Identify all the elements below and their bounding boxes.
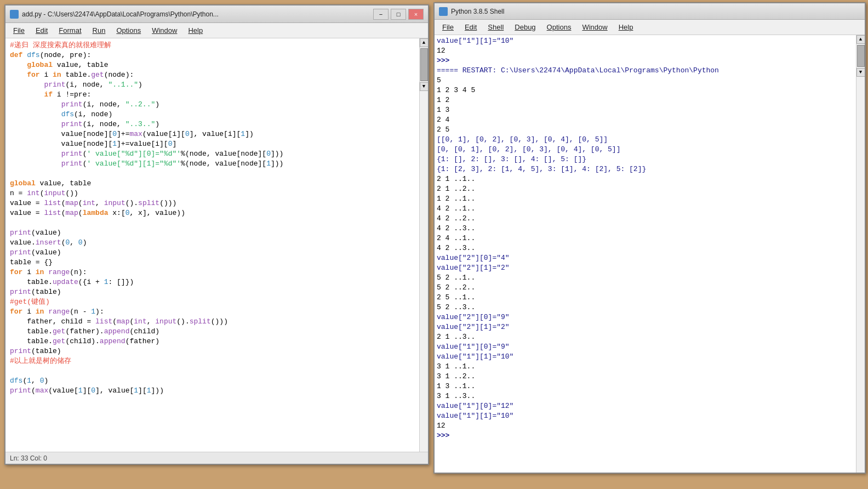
editor-content-area: #递归 深度搜索真的就很难理解 def dfs(node, pre): glob…	[5, 38, 428, 452]
shell-line: 2 5 ..1..	[437, 293, 854, 303]
close-button[interactable]: ×	[408, 9, 424, 20]
menu-help[interactable]: Help	[182, 24, 208, 37]
shell-line: 1 3 ..1..	[437, 382, 854, 391]
shell-line: 5 2 ..1..	[437, 273, 854, 283]
editor-menu-bar: File Edit Format Run Options Window Help	[5, 23, 428, 38]
shell-line: ===== RESTART: C:\Users\22474\AppData\Lo…	[437, 66, 854, 76]
menu-window[interactable]: Window	[146, 24, 182, 37]
shell-line: value["2"][1]="2"	[437, 263, 854, 273]
cursor-position: Ln: 33 Col: 0	[10, 454, 47, 462]
maximize-button[interactable]: □	[391, 9, 406, 20]
shell-menu-window[interactable]: Window	[576, 21, 613, 33]
shell-line: 12	[437, 46, 854, 56]
shell-scroll-up[interactable]: ▲	[856, 35, 865, 44]
shell-line: value["1"][1]="10"	[437, 36, 854, 46]
shell-line: 1 3	[437, 105, 854, 115]
shell-line: 2 4 ..1..	[437, 234, 854, 243]
shell-line: 12	[437, 421, 854, 431]
shell-menu-options[interactable]: Options	[541, 21, 577, 33]
shell-line: 3 1 ..1..	[437, 362, 854, 372]
shell-line: value["1"][0]="9"	[437, 342, 854, 352]
editor-icon	[10, 10, 19, 19]
shell-line: 5 2 ..3..	[437, 303, 854, 312]
shell-output[interactable]: value["1"][1]="10" 12 >>> ===== RESTART:…	[435, 35, 856, 473]
shell-line: 5 2 ..2..	[437, 283, 854, 293]
editor-status-bar: Ln: 33 Col: 0	[5, 452, 428, 464]
shell-line: 4 2 ..2..	[437, 214, 854, 224]
title-controls: − □ ×	[373, 9, 424, 20]
menu-format[interactable]: Format	[53, 24, 87, 37]
shell-line: value["1"][1]="10"	[437, 411, 854, 421]
shell-line: value["1"][1]="10"	[437, 352, 854, 362]
shell-title-bar: Python 3.8.5 Shell	[435, 3, 865, 20]
shell-line: 2 1 ..2..	[437, 184, 854, 194]
scroll-thumb[interactable]	[420, 48, 428, 81]
shell-content-wrapper: value["1"][1]="10" 12 >>> ===== RESTART:…	[435, 35, 865, 473]
menu-file[interactable]: File	[8, 24, 30, 37]
shell-window: Python 3.8.5 Shell File Edit Shell Debug…	[433, 2, 866, 474]
shell-title: Python 3.8.5 Shell	[451, 8, 504, 15]
shell-line: 4 2 ..3..	[437, 224, 854, 234]
shell-scroll-down[interactable]: ▼	[856, 68, 865, 77]
minimize-button[interactable]: −	[373, 9, 389, 20]
shell-scrollbar[interactable]: ▲ ▼	[856, 35, 865, 473]
shell-line: value["2"][0]="4"	[437, 253, 854, 263]
shell-icon	[439, 7, 448, 16]
shell-line: [[0, 1], [0, 2], [0, 3], [0, 4], [0, 5]]	[437, 135, 854, 145]
shell-line: 1 2 3 4 5	[437, 86, 854, 95]
title-bar-left: add.py - C:\Users\22474\AppData\Local\Pr…	[10, 10, 219, 19]
shell-line: value["2"][0]="9"	[437, 312, 854, 322]
editor-title-bar: add.py - C:\Users\22474\AppData\Local\Pr…	[5, 5, 428, 23]
menu-run[interactable]: Run	[87, 24, 111, 37]
editor-title: add.py - C:\Users\22474\AppData\Local\Pr…	[22, 10, 219, 18]
shell-line: 3 1 ..2..	[437, 372, 854, 382]
shell-menu-edit[interactable]: Edit	[459, 21, 482, 33]
shell-menu-shell[interactable]: Shell	[482, 21, 509, 33]
shell-line: 1 2 ..1..	[437, 194, 854, 204]
shell-line: 2 1 ..1..	[437, 174, 854, 184]
editor-window: add.py - C:\Users\22474\AppData\Local\Pr…	[4, 4, 429, 465]
shell-line: [0, [0, 1], [0, 2], [0, 3], [0, 4], [0, …	[437, 145, 854, 155]
shell-line: 1 2	[437, 95, 854, 105]
scroll-up-arrow[interactable]: ▲	[420, 38, 429, 47]
shell-line: 2 4	[437, 115, 854, 125]
shell-line: >>>	[437, 56, 854, 66]
shell-menu-file[interactable]: File	[437, 21, 459, 33]
code-editor[interactable]: #递归 深度搜索真的就很难理解 def dfs(node, pre): glob…	[5, 38, 419, 452]
shell-menu-debug[interactable]: Debug	[509, 21, 541, 33]
shell-line: {1: [2, 3], 2: [1, 4, 5], 3: [1], 4: [2]…	[437, 164, 854, 174]
editor-scrollbar[interactable]: ▲ ▼	[419, 38, 428, 452]
shell-line: 4 2 ..1..	[437, 204, 854, 214]
menu-edit[interactable]: Edit	[30, 24, 53, 37]
shell-line: 3 1 ..3..	[437, 391, 854, 401]
shell-line: value["2"][1]="2"	[437, 322, 854, 332]
menu-options[interactable]: Options	[111, 24, 146, 37]
shell-prompt: >>>	[437, 431, 854, 441]
shell-menu-bar: File Edit Shell Debug Options Window Hel…	[435, 20, 865, 35]
shell-line: 2 1 ..3..	[437, 332, 854, 342]
shell-scroll-thumb[interactable]	[857, 45, 865, 67]
shell-line: 4 2 ..3..	[437, 243, 854, 253]
scroll-down-arrow[interactable]: ▼	[420, 82, 429, 91]
shell-line: 2 5	[437, 125, 854, 135]
shell-line: {1: [], 2: [], 3: [], 4: [], 5: []}	[437, 155, 854, 164]
shell-line: value["1"][0]="12"	[437, 401, 854, 411]
shell-line: 5	[437, 76, 854, 86]
shell-menu-help[interactable]: Help	[613, 21, 639, 33]
